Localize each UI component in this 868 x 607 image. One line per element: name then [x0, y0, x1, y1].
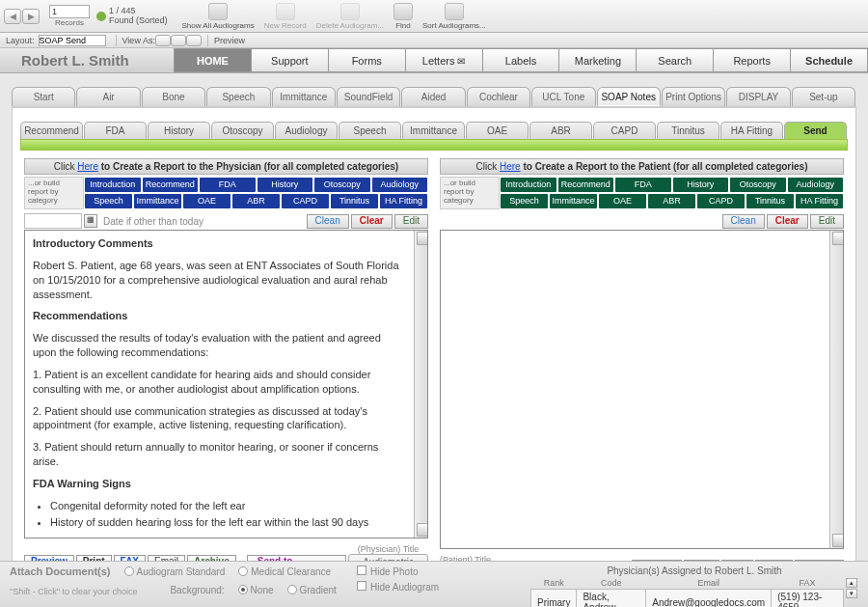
chip-fda[interactable]: FDA: [615, 178, 671, 192]
category-tab-speech[interactable]: Speech: [339, 122, 401, 139]
radio-audiogram-standard[interactable]: Audiogram Standard: [124, 566, 226, 577]
main-tab-letters[interactable]: Letters✉: [406, 48, 483, 72]
chip-oae[interactable]: OAE: [599, 194, 646, 208]
main-tab-schedule[interactable]: Schedule: [791, 48, 868, 72]
phys-scroll-down-icon[interactable]: ▾: [846, 589, 857, 598]
category-tab-otoscopy[interactable]: Otoscopy: [211, 122, 274, 139]
main-tab-support[interactable]: Support: [252, 48, 329, 72]
subtab-print-options[interactable]: Print Options: [662, 87, 725, 106]
patient-create-report-bar[interactable]: Click Here to Create a Report to the Pat…: [440, 158, 844, 175]
chip-speech[interactable]: Speech: [501, 194, 548, 208]
clear-button-right[interactable]: Clear: [767, 214, 808, 229]
category-tab-history[interactable]: History: [148, 122, 210, 139]
chip-recommend[interactable]: Recommend: [143, 178, 199, 192]
main-tab-marketing[interactable]: Marketing: [559, 48, 637, 72]
category-tab-send[interactable]: Send: [784, 122, 847, 139]
chip-oae[interactable]: OAE: [183, 194, 231, 208]
clean-button-right[interactable]: Clean: [722, 214, 765, 229]
nav-next-button[interactable]: ▶: [22, 9, 40, 24]
radio-medical-clearance[interactable]: Medical Clearance: [238, 566, 331, 577]
subtab-set-up[interactable]: Set-up: [792, 87, 855, 106]
chip-audiology[interactable]: Audiology: [788, 178, 844, 192]
category-tab-oae[interactable]: OAE: [466, 122, 529, 139]
physician-create-report-bar[interactable]: Click Here to Create a Report to the Phy…: [24, 158, 428, 175]
view-table-icon[interactable]: [186, 35, 202, 46]
chip-abr[interactable]: ABR: [648, 194, 695, 208]
subtab-start[interactable]: Start: [12, 87, 75, 106]
chip-introduction[interactable]: Introduction: [85, 178, 141, 192]
physician-row[interactable]: Primary Black, Andrew Andrew@googledocs.…: [531, 590, 844, 608]
patient-here-link[interactable]: Here: [500, 161, 521, 172]
chip-abr[interactable]: ABR: [232, 194, 280, 208]
view-form-icon[interactable]: [155, 35, 171, 46]
category-tab-tinnitus[interactable]: Tinnitus: [657, 122, 719, 139]
category-tab-capd[interactable]: CAPD: [593, 122, 656, 139]
chip-fda[interactable]: FDA: [200, 178, 256, 192]
page-number-field[interactable]: 1: [49, 5, 90, 18]
subtab-speech[interactable]: Speech: [206, 87, 270, 106]
subtab-soundfield[interactable]: SoundField: [337, 87, 400, 106]
chip-ha-fitting[interactable]: HA Fitting: [796, 194, 843, 208]
subtab-immittance[interactable]: Immittance: [272, 87, 336, 106]
chip-immittance[interactable]: Immittance: [134, 194, 181, 208]
main-tab-forms[interactable]: Forms: [329, 48, 406, 72]
category-tab-fda[interactable]: FDA: [84, 122, 147, 139]
nav-prev-button[interactable]: ◀: [4, 9, 21, 24]
date-input[interactable]: [24, 213, 82, 229]
subtab-air[interactable]: Air: [76, 87, 140, 106]
category-tab-ha-fitting[interactable]: HA Fitting: [720, 122, 783, 139]
physician-report-editor[interactable]: Introductory Comments Robert S. Patient,…: [24, 230, 428, 538]
edit-button-left[interactable]: Edit: [394, 214, 428, 229]
preview-toggle[interactable]: Preview: [214, 36, 245, 45]
subtab-ucl-tone[interactable]: UCL Tone: [531, 87, 595, 106]
clean-button-left[interactable]: Clean: [307, 214, 349, 229]
main-tab-home[interactable]: HOME: [174, 48, 252, 72]
radio-bg-none[interactable]: None: [238, 585, 274, 595]
chip-capd[interactable]: CAPD: [697, 194, 745, 208]
chip-tinnitus[interactable]: Tinnitus: [746, 194, 794, 208]
delete-audiogram-button[interactable]: Delete Audiogram...: [316, 3, 384, 30]
category-tab-abr[interactable]: ABR: [529, 122, 592, 139]
find-button[interactable]: Find: [393, 3, 413, 30]
subtab-aided[interactable]: Aided: [401, 87, 465, 106]
subtab-cochlear[interactable]: Cochlear: [467, 87, 530, 106]
phys-scroll-up-icon[interactable]: ▴: [846, 578, 857, 588]
scrollbar-right[interactable]: [829, 231, 843, 548]
main-tab-reports[interactable]: Reports: [714, 48, 791, 72]
subtab-bone[interactable]: Bone: [142, 87, 205, 106]
category-tab-audiology[interactable]: Audiology: [275, 122, 338, 139]
chip-audiology[interactable]: Audiology: [372, 178, 428, 192]
chip-recommend[interactable]: Recommend: [558, 178, 614, 192]
chip-otoscopy[interactable]: Otoscopy: [730, 178, 786, 192]
chip-capd[interactable]: CAPD: [282, 194, 329, 208]
chip-speech[interactable]: Speech: [85, 194, 132, 208]
sort-audiograms-button[interactable]: Sort Audiograms...: [422, 3, 486, 30]
edit-button-right[interactable]: Edit: [810, 214, 844, 229]
category-tab-immittance[interactable]: Immittance: [402, 122, 465, 139]
hide-photo-checkbox[interactable]: Hide Photo: [357, 566, 530, 577]
physician-here-link[interactable]: Here: [77, 161, 98, 172]
chip-ha-fitting[interactable]: HA Fitting: [380, 194, 427, 208]
category-tab-recommend[interactable]: Recommend: [20, 122, 83, 139]
main-tab-labels[interactable]: Labels: [483, 48, 560, 72]
chip-otoscopy[interactable]: Otoscopy: [314, 178, 370, 192]
main-tab-search[interactable]: Search: [637, 48, 714, 72]
chip-history[interactable]: History: [673, 178, 729, 192]
hide-audiogram-checkbox[interactable]: Hide Audiogram: [357, 581, 530, 593]
clear-button-left[interactable]: Clear: [351, 214, 393, 229]
chip-tinnitus[interactable]: Tinnitus: [331, 194, 378, 208]
chip-history[interactable]: History: [258, 178, 313, 192]
scrollbar[interactable]: [414, 231, 427, 538]
view-list-icon[interactable]: [171, 35, 186, 46]
subtab-display[interactable]: DISPLAY: [726, 87, 790, 106]
radio-bg-gradient[interactable]: Gradient: [287, 585, 337, 595]
chip-immittance[interactable]: Immittance: [550, 194, 597, 208]
new-record-button[interactable]: New Record: [264, 3, 307, 30]
patient-report-editor[interactable]: [440, 230, 844, 549]
viewas-label: View As:: [122, 36, 155, 45]
subtab-soap-notes[interactable]: SOAP Notes: [597, 87, 661, 106]
show-all-button[interactable]: Show All Audiograms: [182, 3, 255, 30]
layout-select[interactable]: [39, 35, 106, 46]
calendar-icon[interactable]: ▦: [84, 214, 97, 228]
chip-introduction[interactable]: Introduction: [501, 178, 556, 192]
